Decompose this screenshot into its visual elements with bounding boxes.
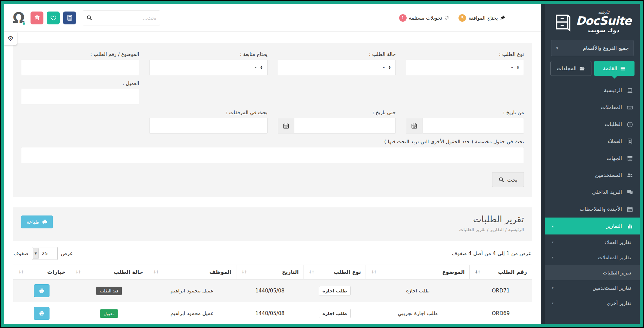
header-options[interactable]: خيارات↓↑ — [13, 265, 70, 280]
cell-employee: عميل محمود ابراهيم — [148, 302, 236, 324]
topbar: Ω 1 تحويلات مستلمة 5 — [4, 4, 541, 32]
request-type-select[interactable]: - ▲▼ — [406, 60, 524, 75]
needs-followup-label: يحتاج متابعة : — [149, 52, 267, 57]
id-badge-icon — [627, 138, 633, 145]
sidebar-item-label: الرئيسية — [552, 87, 622, 94]
header-subject[interactable]: الموضوع↓↑ — [366, 265, 470, 280]
pin-icon — [500, 15, 506, 21]
custom-fields-input[interactable] — [21, 147, 524, 163]
status-dot — [22, 22, 26, 25]
search-input[interactable] — [95, 15, 156, 21]
sidebar-subitem-requests-report[interactable]: تقرير الطلبات — [545, 265, 640, 280]
sidebar-subitem-other-reports[interactable]: تقارير أخرى ▾ — [545, 295, 640, 311]
print-button-label: طباعة — [26, 219, 39, 225]
page-length-select[interactable]: 25 ▼ — [32, 247, 58, 260]
sidebar-subitem-label: تقارير المستخدمين — [553, 285, 631, 291]
search-button[interactable]: بحث — [492, 172, 524, 187]
sidebar-item-label: المستخدمين — [552, 172, 622, 178]
file-cabinet-icon — [553, 13, 572, 32]
cell-employee: عميل محمود ابراهيم — [148, 280, 236, 302]
clock-icon — [627, 121, 633, 128]
header-employee[interactable]: الموظف↓↑ — [148, 265, 236, 280]
cell-status: قيد الطلب — [70, 280, 148, 302]
from-date-calendar-addon[interactable] — [406, 118, 422, 134]
sidebar-subitem-transaction-reports[interactable]: تقارير المعاملات ▾ — [545, 250, 640, 265]
cell-date: 1440/05/08 — [236, 280, 304, 302]
sidebar-subitem-user-reports[interactable]: تقارير المستخدمين ▾ — [545, 280, 640, 295]
page-title: تقرير الطلبات — [459, 214, 524, 224]
sidebar-item-transactions[interactable]: المعاملات — [545, 99, 640, 116]
status-badge: مقبول — [100, 309, 118, 318]
row-print-button[interactable] — [34, 284, 50, 297]
needs-followup-select[interactable]: - ▲▼ — [149, 60, 267, 75]
header-order-no[interactable]: رقم الطلب↓↑ — [470, 265, 532, 280]
sidebar-item-label: التقارير — [559, 223, 622, 229]
hamburger-icon — [620, 66, 626, 71]
sidebar-subitem-client-reports[interactable]: تقارير العملاء ▾ — [545, 234, 640, 250]
chevron-down-icon: ▾ — [556, 46, 558, 50]
keyboard-icon — [627, 104, 633, 111]
request-status-label: حالة الطلب : — [278, 52, 396, 57]
cell-type: طلب اجازة — [304, 280, 366, 302]
settings-tab[interactable]: ⚙ — [4, 32, 17, 45]
calculator-button[interactable] — [63, 12, 76, 24]
to-date-label: حتى تاريخ : — [278, 110, 396, 115]
sidebar-item-internal-mail[interactable]: البريد الداخلي — [545, 184, 640, 201]
from-date-input[interactable] — [422, 118, 524, 134]
header-date[interactable]: التاريخ↓↑ — [236, 265, 304, 280]
received-transfers-badge: 1 — [399, 14, 407, 22]
row-print-button[interactable] — [34, 307, 50, 320]
attachments-input[interactable] — [149, 118, 267, 134]
gear-icon: ⚙ — [7, 34, 14, 42]
header-status[interactable]: حالة الطلب↓↑ — [70, 265, 148, 280]
needs-approval-badge: 5 — [458, 14, 466, 22]
field-subject: الموضوع / رقم الطلب : — [21, 52, 139, 75]
sidebar-item-clients[interactable]: العملاء — [545, 133, 640, 150]
to-date-input[interactable] — [294, 118, 396, 134]
sidebar-item-entities[interactable]: الجهات — [545, 150, 640, 167]
cell-status: مقبول — [70, 302, 148, 324]
print-button[interactable]: طباعة — [21, 216, 53, 228]
chevron-down-icon: ▾ — [552, 240, 553, 244]
sort-icon: ↓↑ — [241, 270, 247, 274]
received-transfers-notification[interactable]: 1 تحويلات مستلمة — [399, 14, 450, 22]
sidebar-item-reports[interactable]: التقارير ▴ — [545, 218, 640, 234]
main-area: Ω 1 تحويلات مستلمة 5 — [4, 4, 541, 324]
tab-list[interactable]: القائمة — [594, 61, 635, 76]
search-button-label: بحث — [507, 177, 518, 183]
needs-approval-label: يحتاج الموافقة — [468, 15, 498, 21]
subject-input[interactable] — [21, 60, 139, 75]
needs-approval-notification[interactable]: 5 يحتاج الموافقة — [458, 14, 506, 22]
calendar-icon — [411, 123, 417, 129]
branch-selector[interactable]: جميع الفروع والأقسام ▾ — [551, 40, 634, 56]
sidebar-item-agenda[interactable]: الأجندة والملاحظات — [545, 201, 640, 218]
sidebar-item-users[interactable]: المستخدمين — [545, 167, 640, 184]
logo-title: DocSuite — [576, 15, 631, 26]
sidebar-item-label: الأجندة والملاحظات — [552, 206, 622, 212]
field-needs-followup: يحتاج متابعة : - ▲▼ — [149, 52, 267, 75]
sidebar-menu: الرئيسية المعاملات الطلبات العملاء الجها… — [545, 82, 640, 311]
tab-folders[interactable]: المجلدات — [550, 61, 591, 76]
to-date-calendar-addon[interactable] — [278, 118, 294, 134]
table-row: ORD69 طلب اجازة تجريبي طلب اجازة 1440/05… — [13, 302, 532, 324]
sidebar-item-requests[interactable]: الطلبات — [545, 116, 640, 133]
sidebar-item-home[interactable]: الرئيسية — [545, 82, 640, 99]
calendar-icon — [283, 123, 289, 129]
sidebar-item-label: الجهات — [552, 155, 622, 161]
tab-folders-label: المجلدات — [557, 65, 577, 71]
length-value: 25 — [42, 251, 48, 256]
logo-subtitle: دوك سويت — [576, 27, 631, 33]
from-date-label: من تاريخ : — [406, 110, 524, 115]
sidebar-subitem-label: تقارير المعاملات — [553, 255, 631, 260]
client-input[interactable] — [21, 89, 139, 104]
chevron-down-icon: ▼ — [33, 248, 39, 259]
trash-button[interactable] — [31, 12, 43, 24]
favorites-button[interactable] — [47, 12, 60, 24]
chevron-down-icon: ▾ — [552, 301, 553, 305]
avatar[interactable]: Ω — [10, 9, 27, 26]
cell-options — [13, 280, 70, 302]
header-type[interactable]: نوع الطلب↓↑ — [304, 265, 366, 280]
page-length-control: عرض 25 ▼ صفوف — [14, 247, 73, 260]
table-header-row: رقم الطلب↓↑ الموضوع↓↑ نوع الطلب↓↑ التاري… — [13, 265, 532, 280]
request-status-select[interactable]: - ▲▼ — [278, 60, 396, 75]
